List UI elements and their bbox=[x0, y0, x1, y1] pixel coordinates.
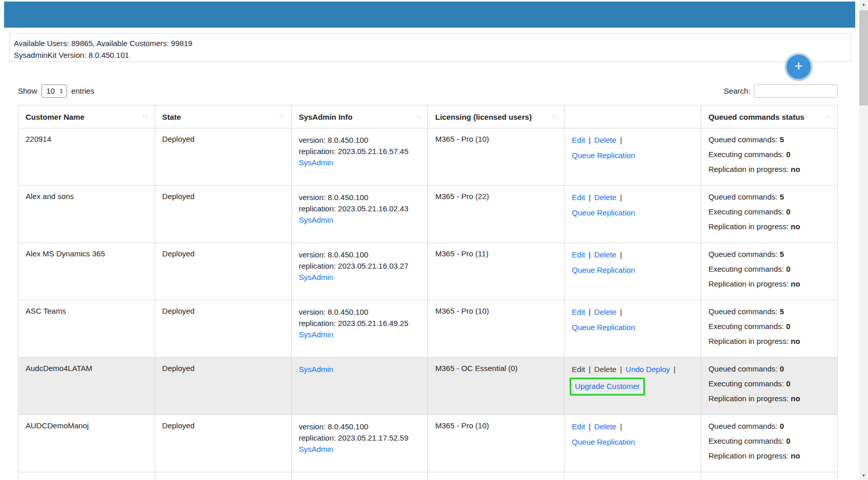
search-label: Search: bbox=[724, 86, 750, 95]
customer-name-cell: Alex and sons bbox=[18, 186, 155, 243]
queue-replication-link[interactable]: Queue Replication bbox=[572, 151, 635, 160]
column-header-licensing[interactable]: Licensing (licensed users)↑↓ bbox=[428, 105, 565, 128]
table-row: AUDCDemoManoj Deployed version: 8.0.450.… bbox=[18, 415, 838, 472]
info-panel: Available Users: 89865, Available Custom… bbox=[9, 33, 851, 62]
sysadmin-info-cell: version: 8.0.450.100 replication: 2023.0… bbox=[291, 415, 428, 472]
sysadmin-info-cell: version: 8.0.450.100 replication: 2023.0… bbox=[291, 128, 428, 186]
upgrade-customer-link[interactable]: Upgrade Customer bbox=[575, 382, 640, 390]
queue-replication-link[interactable]: Queue Replication bbox=[572, 266, 635, 274]
edit-link[interactable]: Edit bbox=[572, 136, 585, 144]
customer-name-cell: Alex MS Dynamics 365 bbox=[18, 243, 155, 300]
version-text: version: 8.0.450.100 bbox=[299, 307, 421, 318]
sysadmin-link[interactable]: SysAdmin bbox=[299, 365, 334, 374]
version-text: version: 8.0.450.100 bbox=[299, 421, 421, 432]
column-header-customer-name[interactable]: Customer Name↑↓ bbox=[18, 105, 155, 128]
table-controls: Show 10 ▲▼ entries Search: bbox=[18, 84, 838, 98]
sysadmin-info-cell: version: 8.0.450.100 replication: 2023.0… bbox=[291, 186, 428, 243]
separator: | bbox=[620, 308, 622, 316]
scrollbar-thumb[interactable] bbox=[859, 10, 868, 105]
delete-link[interactable]: Delete bbox=[594, 308, 616, 316]
show-label: Show bbox=[18, 86, 37, 95]
sysadmin-link[interactable]: SysAdmin bbox=[299, 273, 334, 281]
search-control: Search: bbox=[724, 84, 838, 98]
table-row: AudcDemo4LATAM Deployed SysAdmin M365 - … bbox=[18, 358, 838, 415]
replication-text: replication: 2023.05.21.16.57.45 bbox=[299, 146, 421, 157]
delete-link[interactable]: Delete bbox=[594, 193, 616, 202]
actions-cell: Edit|Delete| Queue Replication bbox=[565, 300, 701, 358]
sysadmin-info-cell: version: 8.0.450.100 replication: 2023.0… bbox=[291, 243, 428, 300]
state-cell: Deployed bbox=[155, 358, 291, 415]
sort-icon[interactable]: ↑↓ bbox=[279, 113, 284, 120]
state-cell: Deployed bbox=[155, 300, 291, 358]
state-cell: Deployed bbox=[155, 472, 291, 480]
scrollbar-up-arrow-icon[interactable]: ▲ bbox=[859, 0, 868, 9]
state-cell: Deployed bbox=[155, 415, 291, 472]
separator: | bbox=[589, 136, 591, 144]
sysadmin-link[interactable]: SysAdmin bbox=[299, 445, 334, 453]
queued-status-cell: Queued commands: 5 Executing commands: 0… bbox=[701, 243, 838, 300]
state-cell: Deployed bbox=[155, 186, 291, 243]
state-cell: Deployed bbox=[155, 243, 291, 300]
upgrade-customer-highlight-box: Upgrade Customer bbox=[570, 378, 645, 396]
separator: | bbox=[674, 365, 676, 374]
separator: | bbox=[589, 308, 591, 316]
sort-icon[interactable]: ↑↓ bbox=[415, 113, 420, 120]
replication-text: replication: 2023.05.21.16.49.25 bbox=[299, 318, 421, 329]
sysadmin-link[interactable]: SysAdmin bbox=[299, 158, 334, 167]
page-size-value: 10 bbox=[47, 86, 55, 95]
queue-replication-link[interactable]: Queue Replication bbox=[572, 208, 635, 217]
queued-status-cell: Queued commands: 5 Executing commands: 0… bbox=[701, 128, 838, 186]
version-text: version: 8.0.450.100 bbox=[299, 249, 421, 260]
edit-link[interactable]: Edit bbox=[572, 365, 585, 374]
column-header-queued-status[interactable]: Queued commands status↑↓ bbox=[701, 105, 838, 128]
available-counts-text: Available Users: 89865, Available Custom… bbox=[14, 37, 847, 49]
customer-name-cell: 220914 bbox=[18, 128, 155, 186]
actions-cell: Edit|Delete|Undo Deploy| bbox=[565, 472, 701, 480]
sysadmin-link[interactable]: SysAdmin bbox=[299, 330, 334, 339]
version-text: version: 8.0.450.100 bbox=[299, 135, 421, 146]
column-header-sysadmin-info[interactable]: SysAdmin Info↑↓ bbox=[291, 105, 428, 128]
separator: | bbox=[620, 136, 622, 144]
separator: | bbox=[589, 250, 591, 259]
sysadmin-info-cell: SysAdmin bbox=[291, 358, 428, 415]
edit-link[interactable]: Edit bbox=[572, 308, 585, 316]
undo-deploy-link[interactable]: Undo Deploy bbox=[625, 365, 670, 374]
column-header-actions bbox=[565, 105, 701, 128]
queue-replication-link[interactable]: Queue Replication bbox=[572, 323, 635, 332]
delete-link[interactable]: Delete bbox=[594, 365, 616, 374]
customer-name-cell: ASC Teams bbox=[18, 300, 155, 358]
search-input[interactable] bbox=[754, 84, 838, 98]
page-size-select[interactable]: 10 ▲▼ bbox=[41, 84, 68, 98]
queued-status-cell: Queued commands: 5 Executing commands: 0… bbox=[701, 186, 838, 243]
actions-cell: Edit|Delete| Queue Replication bbox=[565, 243, 701, 300]
actions-cell: Edit|Delete| Queue Replication bbox=[565, 128, 701, 186]
sort-icon[interactable]: ↑↓ bbox=[825, 113, 830, 120]
sysadmin-link[interactable]: SysAdmin bbox=[299, 215, 334, 224]
sort-icon[interactable]: ↑↓ bbox=[142, 113, 147, 120]
delete-link[interactable]: Delete bbox=[594, 250, 616, 259]
customer-name-cell: audio00code bbox=[18, 472, 155, 480]
edit-link[interactable]: Edit bbox=[572, 193, 585, 202]
column-header-state[interactable]: State↑↓ bbox=[155, 105, 291, 128]
table-row: Alex MS Dynamics 365 Deployed version: 8… bbox=[18, 243, 838, 300]
replication-text: replication: 2023.05.21.16.02.43 bbox=[299, 203, 421, 214]
page-scrollbar[interactable]: ▲ ▼ bbox=[859, 0, 868, 480]
replication-text: replication: 2023.05.21.16.03.27 bbox=[299, 260, 421, 272]
licensing-cell: M365 - Pro (11) bbox=[428, 243, 565, 300]
delete-link[interactable]: Delete bbox=[594, 422, 616, 431]
licensing-cell: M365 - Pro (10) bbox=[428, 415, 565, 472]
queue-replication-link[interactable]: Queue Replication bbox=[572, 438, 635, 446]
sort-icon[interactable]: ↑↓ bbox=[552, 113, 557, 120]
edit-link[interactable]: Edit bbox=[572, 422, 585, 431]
separator: | bbox=[620, 365, 622, 374]
separator: | bbox=[620, 422, 622, 431]
delete-link[interactable]: Delete bbox=[594, 136, 616, 144]
queued-status-cell: Queued commands: 0 bbox=[701, 472, 838, 480]
customer-name-cell: AudcDemo4LATAM bbox=[18, 358, 155, 415]
sysadminkit-version-text: SysadminKit Version: 8.0.450.101 bbox=[14, 49, 847, 61]
replication-text: replication: 2023.05.21.17.52.59 bbox=[299, 432, 421, 444]
scrollbar-down-arrow-icon[interactable]: ▼ bbox=[859, 471, 868, 480]
edit-link[interactable]: Edit bbox=[572, 250, 585, 259]
licensing-cell: M365 - OC Essential (0) bbox=[428, 472, 565, 480]
add-customer-button[interactable]: + bbox=[787, 55, 811, 79]
